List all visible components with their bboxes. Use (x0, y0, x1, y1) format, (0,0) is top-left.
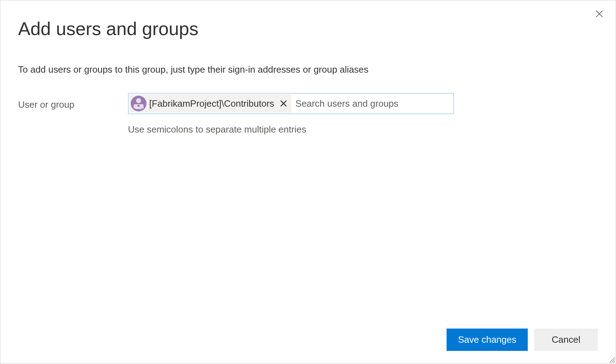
form-field-wrap: [FabrikamProject]\Contributors Use semic… (128, 93, 454, 135)
input-hint: Use semicolons to separate multiple entr… (128, 124, 454, 135)
add-users-groups-dialog: Add users and groups To add users or gro… (0, 0, 616, 364)
close-button[interactable] (594, 9, 604, 19)
user-group-input-container[interactable]: [FabrikamProject]\Contributors (128, 93, 454, 114)
chip-remove-button[interactable] (279, 99, 289, 108)
close-icon (280, 100, 287, 107)
close-icon (595, 10, 604, 18)
chip-label: [FabrikamProject]\Contributors (149, 98, 274, 109)
user-or-group-label: User or group (18, 93, 128, 110)
svg-line-10 (614, 362, 615, 363)
dialog-footer: Save changes Cancel (447, 329, 598, 351)
group-chip: [FabrikamProject]\Contributors (129, 94, 291, 113)
svg-rect-5 (138, 105, 140, 107)
save-button[interactable]: Save changes (447, 329, 528, 351)
svg-point-3 (136, 98, 141, 103)
resize-icon (608, 356, 615, 363)
dialog-description: To add users or groups to this group, ju… (18, 64, 598, 75)
dialog-title: Add users and groups (18, 18, 598, 39)
group-icon (131, 96, 146, 111)
resize-handle[interactable] (608, 356, 615, 363)
cancel-button[interactable]: Cancel (534, 329, 598, 351)
form-row: User or group [FabrikamProject] (18, 93, 598, 135)
search-input[interactable] (291, 95, 453, 112)
